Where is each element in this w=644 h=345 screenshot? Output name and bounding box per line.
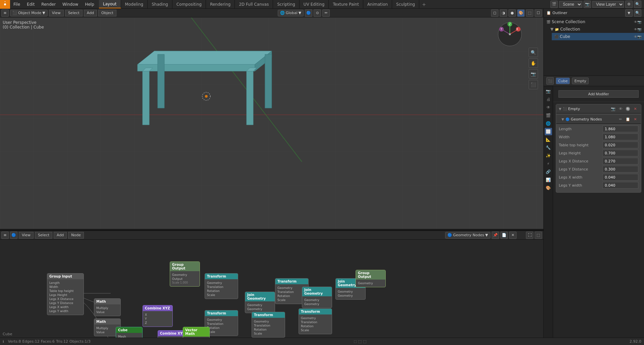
object-btn[interactable]: Object [98,10,116,16]
status-left-icon[interactable]: ℹ [3,340,4,343]
view-btn[interactable]: View [49,10,64,16]
geo-nodes-copy-icon[interactable]: 📋 [625,116,631,122]
group-input-node[interactable]: Group Input Length Width Table top heigh… [47,273,84,315]
collection-view-icon[interactable]: ⬛ [529,80,538,89]
outliner-scene-collection[interactable]: 🎬 Scene Collection 👁 📷 [544,18,644,26]
field-value-legs-xdist[interactable]: 0.270 [602,158,638,164]
world-props-icon[interactable]: 🌐 [545,120,552,127]
camera-view-icon[interactable]: 📷 [529,69,538,79]
menu-edit[interactable]: Edit [23,0,38,8]
tab-rendering[interactable]: Rendering [206,0,235,8]
navigation-gizmo[interactable]: X Y Z [496,21,523,48]
zoom-tool-icon[interactable]: 🔍 [529,48,538,57]
transform-selector[interactable]: 🌐 Global ▼ [278,10,304,16]
scene-select-icon[interactable]: 🎬 [550,1,558,8]
select-btn[interactable]: Select [65,10,83,16]
add-modifier-button[interactable]: Add Modifier [558,90,639,98]
render-props-icon[interactable]: 📷 [545,88,552,95]
tab-2d-canvas[interactable]: 2D Full Canvas [235,0,273,8]
tab-compositing[interactable]: Compositing [172,0,206,8]
viewport-3d[interactable]: User Perspective (0) Collection | Cube X… [0,17,543,229]
transform-node-2[interactable]: Transform Geometry Translation Rotation … [205,310,238,336]
geo-nodes-close-icon[interactable]: ✕ [632,116,638,122]
object-props-icon[interactable]: ⬜ [545,128,552,135]
node-view-btn[interactable]: View [19,232,34,239]
node-overlay-icon[interactable]: ⬚ [535,232,542,239]
outliner-collection[interactable]: ▼ 📁 Collection 👁 📷 [548,26,644,33]
field-value-legs-xwidth[interactable]: 0.040 [602,174,638,181]
output-props-icon[interactable]: 🖨 [545,96,552,103]
render-icon[interactable]: 📷 [637,20,641,24]
cube-tab[interactable]: Cube [556,78,570,84]
field-value-legs-ydist[interactable]: 0.300 [602,166,638,172]
combine-xyz-1[interactable]: Combine XYZ X Y Z [143,305,173,327]
menu-window[interactable]: Window [59,0,82,8]
modifier-props-icon[interactable]: 🔧 [545,144,552,151]
node-file-icon[interactable]: 📄 [500,232,508,239]
menu-file[interactable]: File [10,0,23,8]
node-node-btn[interactable]: Node [68,232,84,239]
modifier-close-icon[interactable]: ✕ [632,106,638,112]
tab-sculpting[interactable]: Sculpting [392,0,419,8]
coll-render-icon[interactable]: 📷 [637,28,641,31]
physics-props-icon[interactable]: ⚡ [545,160,552,167]
geo-nodes-selector[interactable]: 🔵 Geometry Nodes ▼ [445,232,490,239]
field-value-legs-height[interactable]: 0.700 [602,150,638,156]
final-output-node[interactable]: Group Output Geometry [356,270,386,287]
mesh-props-icon[interactable]: 📐 [545,136,552,143]
modifier-header-empty[interactable]: ▼ ⬛ Empty 📷 👁 🔘 ✕ [556,104,641,113]
material-props-icon[interactable]: 🎨 [545,184,552,192]
transform-node-4[interactable]: Transform Geometry Translation Rotation … [252,312,285,338]
empty-tab[interactable]: Empty [572,78,588,84]
outliner-filter-icon[interactable]: ▼ [625,9,633,17]
transform-node-1[interactable]: Transform Geometry Translation Rotation … [205,273,238,299]
join-geo-node-1[interactable]: Join Geometry Geometry Geometry [245,292,275,313]
node-pin-icon[interactable]: 📌 [492,232,499,239]
tab-animation[interactable]: Animation [363,0,392,8]
tab-texture-paint[interactable]: Texture Paint [329,0,363,8]
modifier-render-icon[interactable]: 🔘 [625,106,631,112]
node-menu-icon[interactable]: ≡ [1,232,9,239]
xray-icon[interactable]: ☐ [535,9,542,17]
modifier-vis-icon[interactable]: 👁 [618,106,624,112]
viewport-shading-4[interactable]: 🎨 [517,9,525,17]
geo-nodes-header[interactable]: ▼ 🔵 Geometry Nodes ✏ 📋 ✕ [556,115,641,124]
view-layer-dropdown[interactable]: View Layer [592,1,624,8]
search-icon[interactable]: 🔍 [634,1,641,8]
scene-dropdown[interactable]: Scene [559,1,582,8]
coll-vis-icon[interactable]: 👁 [634,28,637,31]
node-canvas[interactable]: Group Input Length Width Table top heigh… [0,240,543,338]
grease-pencil-icon[interactable]: ✏ [322,9,330,17]
cube-render-icon[interactable]: 📷 [637,35,641,39]
modifier-camera-icon[interactable]: 📷 [610,106,616,112]
outliner-search-icon[interactable]: 🔍 [634,9,641,17]
object-mode-selector[interactable]: ⬛ Object Mode ▼ [10,10,48,16]
field-value-length[interactable]: 1.860 [602,126,638,132]
outliner-cube[interactable]: ⬛ Cube 👁 📷 [552,33,644,40]
status-middle[interactable]: ⬚ ⬚ ⬚ [354,339,366,344]
tab-layout[interactable]: Layout [99,0,121,8]
math-node-1[interactable]: Math Multiply Value [94,298,121,316]
tab-modeling[interactable]: Modeling [121,0,148,8]
group-output-node[interactable]: Group Output Geometry Output Scale 1.000 [170,261,200,287]
node-fullscreen-icon[interactable]: ⛶ [526,232,533,239]
view-props-icon[interactable]: 👁 [545,104,552,111]
add-workspace-btn[interactable]: + [419,0,429,8]
viewport-menu-icon[interactable]: ≡ [1,9,9,17]
sub-node-2[interactable]: Vector Math Vector Value [183,327,210,338]
node-select-btn[interactable]: Select [35,232,52,239]
tab-scripting[interactable]: Scripting [273,0,299,8]
tab-shading[interactable]: Shading [148,0,172,8]
menu-render[interactable]: Render [38,0,59,8]
data-props-icon[interactable]: 📊 [545,176,552,184]
proportional-edit-icon[interactable]: ⊙ [314,9,321,17]
field-value-tabletop[interactable]: 0.020 [602,142,638,148]
geo-nodes-edit-icon[interactable]: ✏ [618,116,624,122]
cube-vis-icon[interactable]: 👁 [634,35,637,39]
vis-icon[interactable]: 👁 [634,20,637,24]
scene-props-icon[interactable]: 🎬 [545,112,552,119]
settings-icon[interactable]: ⚙ [625,1,633,8]
add-btn[interactable]: Add [84,10,97,16]
viewport-shading-3[interactable]: ● [508,9,516,17]
node-add-btn[interactable]: Add [54,232,67,239]
